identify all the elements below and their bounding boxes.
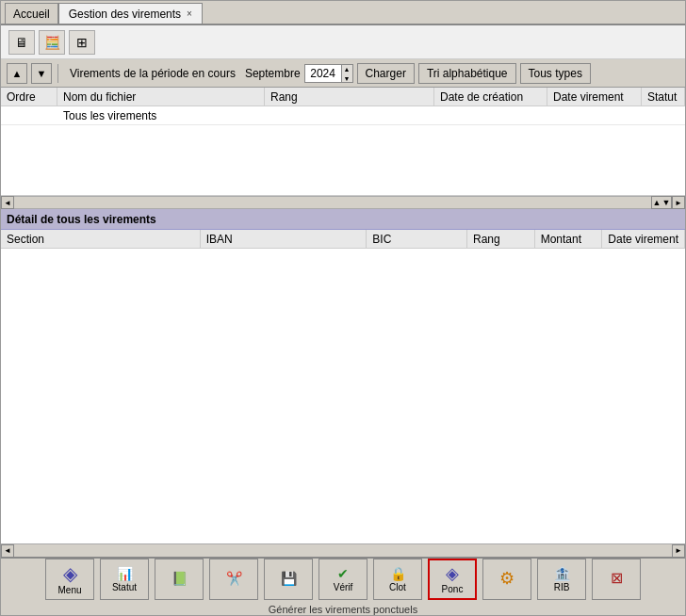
hscroll-left-arrow[interactable]: ◄ (1, 196, 14, 209)
cell-date-creation (434, 114, 547, 118)
tous-types-button[interactable]: Tous types (520, 63, 591, 84)
detail-section-header: Détail de tous les virements (1, 209, 685, 230)
col-header-statut: Statut (642, 88, 685, 105)
expand-down-icon: ▼ (662, 198, 671, 207)
clot-label: Clot (389, 582, 406, 592)
detail-col-header-section: Section (1, 230, 201, 248)
hscroll-track[interactable] (14, 198, 651, 207)
detail-col-header-iban: IBAN (201, 230, 368, 248)
menu-label: Menu (57, 585, 81, 595)
period-label: Virements de la période en cours (64, 65, 241, 82)
print-icon: ✂️ (226, 572, 242, 585)
tab-home[interactable]: Accueil (5, 3, 58, 24)
calculator-button[interactable]: 🧮 (39, 30, 65, 55)
home-tab-label: Accueil (13, 8, 50, 21)
ponc-icon: ◈ (446, 565, 459, 582)
hscroll-right-arrow[interactable]: ► (672, 196, 685, 209)
year-input[interactable] (304, 64, 342, 83)
detail-title: Détail de tous les virements (7, 213, 156, 226)
empty-table-space (1, 125, 685, 182)
tri-label: Tri alphabétique (427, 67, 508, 80)
main-toolbar: 🖥 🧮 ⊞ (1, 25, 685, 59)
top-table-area: Ordre Nom du fichier Rang Date de créati… (1, 88, 685, 196)
settings-icon: ⚙ (499, 570, 514, 587)
rib-button[interactable]: 🏦 RIB (537, 559, 586, 600)
monitor-icon: 🖥 (15, 35, 28, 50)
top-hscrollbar: ◄ ▲ ▼ ► (1, 196, 685, 209)
active-tab-label: Gestion des virements (69, 8, 181, 21)
verif-label: Vérif (334, 582, 353, 592)
ponc-button[interactable]: ◈ Ponc (428, 559, 477, 600)
statut-icon: 📊 (117, 567, 133, 580)
verif-button[interactable]: ✔ Vérif (318, 559, 368, 600)
charger-label: Charger (366, 67, 406, 80)
table-header-row: Ordre Nom du fichier Rang Date de créati… (1, 88, 685, 106)
col-header-ordre: Ordre (1, 88, 57, 105)
filter-separator (57, 64, 58, 83)
cell-ordre (1, 114, 57, 118)
cell-nom: Tous les virements (57, 107, 265, 124)
calculator-icon: 🧮 (44, 35, 60, 50)
bottom-hscroll-right[interactable]: ► (672, 544, 685, 558)
xls-button[interactable]: 📗 (155, 559, 204, 600)
statut-label: Statut (112, 582, 137, 592)
year-spinner[interactable]: ▲ ▼ (342, 64, 353, 83)
year-up-icon[interactable]: ▲ (342, 65, 352, 74)
expand-up-icon: ▲ (653, 198, 662, 207)
statut-button[interactable]: 📊 Statut (100, 559, 149, 600)
expand-button[interactable]: ▲ ▼ (651, 196, 672, 209)
month-label: Septembre (245, 67, 301, 80)
verif-icon: ✔ (337, 567, 349, 580)
filter-bar: ▲ ▼ Virements de la période en cours Sep… (1, 59, 685, 88)
rib-icon: 🏦 (554, 567, 570, 580)
detail-col-header-rang: Rang (467, 230, 535, 248)
clot-icon: 🔒 (390, 567, 406, 580)
ponc-label: Ponc (442, 584, 464, 594)
split-button[interactable]: ⊞ (69, 30, 95, 55)
print-button[interactable]: ✂️ (209, 559, 258, 600)
menu-button[interactable]: ◈ Menu (45, 559, 94, 600)
save-icon: 💾 (281, 572, 297, 585)
nav-down-button[interactable]: ▼ (31, 63, 52, 84)
tous-types-label: Tous types (529, 67, 582, 80)
bottom-hscroll-track[interactable] (14, 546, 672, 556)
charger-button[interactable]: Charger (357, 63, 415, 84)
menu-icon: ◈ (63, 564, 77, 583)
nav-down-icon: ▼ (37, 68, 47, 79)
tab-close-icon[interactable]: × (187, 8, 192, 19)
split-icon: ⊞ (76, 35, 88, 50)
tab-gestion-virements[interactable]: Gestion des virements × (58, 3, 203, 24)
col-header-date-virement: Date virement (547, 88, 642, 105)
close-button[interactable]: ⊠ (592, 559, 641, 600)
monitor-button[interactable]: 🖥 (8, 30, 35, 55)
cell-statut (642, 114, 685, 118)
status-label: Générer les virements ponctuels (269, 604, 417, 615)
tab-bar: Accueil Gestion des virements × (1, 1, 685, 25)
close-icon: ⊠ (611, 571, 623, 586)
detail-table-header: Section IBAN BIC Rang Montant Date virem… (1, 230, 685, 249)
tri-alphabetique-button[interactable]: Tri alphabétique (418, 63, 516, 84)
detail-content-area (1, 249, 685, 543)
col-header-rang: Rang (265, 88, 434, 105)
cell-date-virement (547, 114, 642, 118)
bottom-hscrollbar: ◄ ► (1, 543, 685, 557)
bottom-toolbar: ◈ Menu 📊 Statut 📗 ✂️ 💾 (1, 557, 685, 615)
settings-button[interactable]: ⚙ (482, 559, 531, 600)
year-down-icon[interactable]: ▼ (342, 74, 352, 84)
detail-col-header-date-virement: Date virement (602, 230, 685, 248)
clot-button[interactable]: 🔒 Clot (373, 559, 422, 600)
bottom-hscroll-left[interactable]: ◄ (1, 544, 14, 558)
col-header-date-creation: Date de création (434, 88, 547, 105)
xls-icon: 📗 (172, 572, 188, 585)
cell-rang (265, 114, 434, 118)
bottom-buttons-row: ◈ Menu 📊 Statut 📗 ✂️ 💾 (45, 559, 641, 600)
table-row[interactable]: Tous les virements (1, 106, 685, 125)
rib-label: RIB (554, 582, 570, 592)
detail-col-header-bic: BIC (367, 230, 467, 248)
nav-up-icon: ▲ (12, 68, 23, 79)
detail-col-header-montant: Montant (535, 230, 603, 248)
col-header-nom: Nom du fichier (57, 88, 265, 105)
nav-up-button[interactable]: ▲ (7, 63, 27, 84)
save-button[interactable]: 💾 (264, 559, 313, 600)
